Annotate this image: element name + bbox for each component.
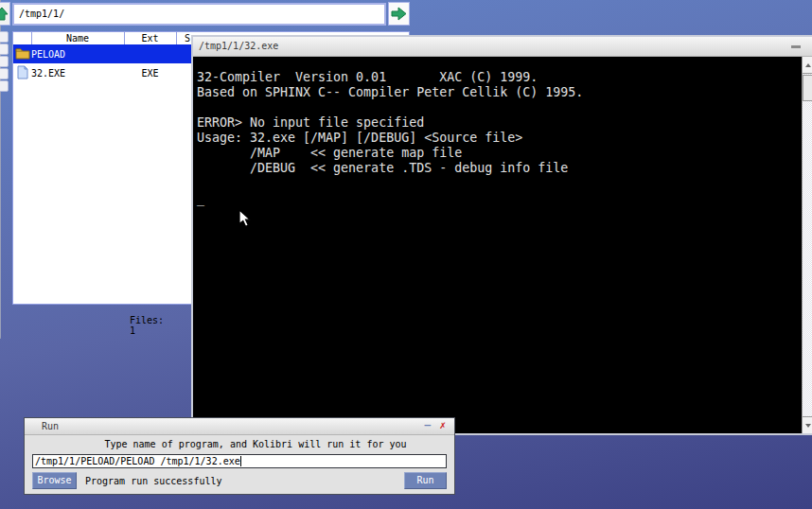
program-path-input[interactable]: /tmp1/1/PELOAD/PELOAD /tmp1/1/32.exe: [32, 454, 447, 468]
run-button[interactable]: Run: [404, 472, 447, 489]
folder-icon: [15, 46, 30, 60]
minimize-icon[interactable]: –: [424, 418, 431, 433]
console-content: 32-Compiler Version 0.01 XAC (C) 1999.Ba…: [193, 57, 812, 433]
run-dialog-titlebar[interactable]: Run – ✗: [25, 418, 454, 435]
console-line: /MAP << generate map file: [197, 146, 812, 161]
run-dialog-title: Run: [25, 421, 59, 431]
column-header-name[interactable]: Name: [31, 33, 124, 44]
file-ext: EXE: [124, 68, 176, 79]
drive-button[interactable]: [0, 80, 9, 92]
run-status-text: Program run successfully: [85, 476, 222, 486]
file-manager-window: /tmp1/1/ Name Ext S: [0, 0, 1, 339]
minimize-icon[interactable]: [791, 45, 801, 48]
console-line: /DEBUG << generate .TDS - debug info fil…: [197, 161, 812, 176]
scroll-thumb[interactable]: [803, 75, 812, 101]
file-name: 32.EXE: [31, 68, 65, 79]
file-icon: [17, 65, 28, 79]
console-line: [197, 176, 812, 191]
right-arrow-icon: [391, 7, 407, 21]
console-line: ERROR> No input file specified: [197, 115, 812, 131]
console-line: Usage: 32.exe [/MAP] [/DEBUG] <Source fi…: [197, 131, 812, 146]
browse-button[interactable]: Browse: [32, 472, 77, 489]
up-arrow-icon: [0, 7, 9, 22]
run-dialog: Run – ✗ Type name of program, and Kolibr…: [24, 417, 455, 495]
console-line: Based on SPHINX C-- Compiler Peter Celli…: [197, 85, 812, 100]
run-instruction: Type name of program, and Kolibri will r…: [25, 439, 454, 449]
console-output: 32-Compiler Version 0.01 XAC (C) 1999.Ba…: [193, 57, 812, 206]
console-title: /tmp1/1/32.exe: [193, 41, 278, 51]
desktop: /tmp1/1/ Name Ext S: [0, 0, 812, 509]
program-path-value: /tmp1/1/PELOAD/PELOAD /tmp1/1/32.exe: [35, 456, 240, 466]
go-button[interactable]: [388, 2, 410, 26]
console-line: 32-Compiler Version 0.01 XAC (C) 1999.: [197, 70, 812, 85]
close-icon[interactable]: ✗: [439, 418, 446, 433]
column-separator: [176, 32, 177, 44]
scroll-down-icon[interactable]: [803, 416, 812, 433]
scroll-up-icon[interactable]: [803, 57, 812, 74]
console-line: [197, 100, 812, 115]
scrollbar[interactable]: [802, 57, 812, 433]
console-window: /tmp1/1/32.exe 32-Compiler Version 0.01 …: [191, 35, 812, 435]
drive-button[interactable]: [0, 68, 9, 79]
files-count-status: Files: 1: [130, 315, 164, 336]
column-header-ext[interactable]: Ext: [124, 33, 176, 44]
console-line: _: [197, 191, 812, 206]
up-directory-button[interactable]: [0, 2, 10, 26]
text-caret: [240, 456, 241, 466]
drive-button[interactable]: [0, 56, 9, 67]
mouse-cursor-icon: [238, 209, 252, 228]
column-header-size[interactable]: S: [185, 33, 190, 44]
address-input[interactable]: /tmp1/1/: [12, 3, 386, 26]
drive-buttons: [0, 31, 9, 93]
console-titlebar[interactable]: /tmp1/1/32.exe: [193, 37, 812, 57]
drive-button[interactable]: [0, 31, 9, 43]
file-name: PELOAD: [31, 49, 65, 60]
drive-button[interactable]: [0, 44, 9, 55]
